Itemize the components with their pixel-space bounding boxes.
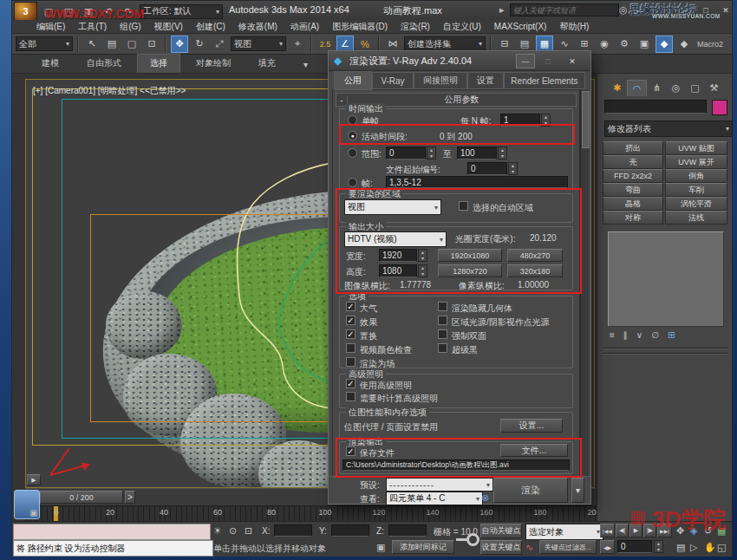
key-wave-icon[interactable]: ∿ xyxy=(525,542,533,553)
new-file-icon[interactable]: ▢ xyxy=(40,3,57,20)
width-field[interactable]: 1920 xyxy=(379,249,417,262)
search-icon[interactable]: ◎ xyxy=(619,4,628,16)
menu-tools[interactable]: 工具(T) xyxy=(78,21,107,33)
selection-lock-icon[interactable]: ⊙ xyxy=(229,525,237,537)
dialog-minimize-button[interactable]: — xyxy=(516,54,535,68)
macro-label[interactable]: Macro2 xyxy=(697,40,723,49)
render-settings-dialog[interactable]: ◆ 渲染设置: V-Ray Adv 2.40.04 — □ ✕ 公用 V-Ray… xyxy=(328,50,591,505)
time-slider-handle[interactable]: 0 / 200 xyxy=(40,491,123,504)
ribbon-tab-selection[interactable]: 选择 xyxy=(137,54,180,73)
next-key-button[interactable]: |▶ xyxy=(643,524,656,537)
preset-dropdown[interactable]: ------------▾ xyxy=(386,478,493,492)
reference-coordinate-dropdown[interactable]: 视图▾ xyxy=(231,36,286,51)
modifier-list-dropdown[interactable]: 修改器列表▾ xyxy=(604,120,733,137)
select-by-name-icon[interactable]: ▤ xyxy=(103,36,121,53)
dialog-titlebar[interactable]: ◆ 渲染设置: V-Ray Adv 2.40.04 — □ ✕ xyxy=(329,51,590,71)
menu-modifiers[interactable]: 修改器(M) xyxy=(238,21,277,33)
auto-key-button[interactable]: 自动关键点 xyxy=(480,524,522,538)
file-start-spinner[interactable]: ▴▾ xyxy=(508,162,518,175)
radio-single-frame[interactable] xyxy=(348,115,357,125)
save-file-checkbox[interactable]: ✓ xyxy=(346,446,355,456)
object-color-swatch[interactable] xyxy=(712,100,727,115)
go-to-start-button[interactable]: |◀◀ xyxy=(600,524,615,537)
dialog-maximize-button[interactable]: □ xyxy=(538,54,558,68)
range-from-spinner[interactable]: ▴▾ xyxy=(427,147,436,160)
option-checkbox[interactable]: ✓ xyxy=(346,302,355,311)
ribbon-tab-populate[interactable]: 填充 xyxy=(246,55,288,73)
option-checkbox[interactable] xyxy=(438,316,447,325)
configure-modifier-icon[interactable]: ⊞ xyxy=(668,330,675,340)
menu-edit[interactable]: 编辑(E) xyxy=(36,21,65,33)
width-spinner[interactable]: ▴▾ xyxy=(418,249,427,262)
panel-tab-hierarchy-icon[interactable]: ⋔ xyxy=(648,81,666,96)
modifier-button[interactable]: 车削 xyxy=(665,183,727,197)
object-name-field[interactable] xyxy=(604,100,707,114)
modifier-button[interactable]: 法线 xyxy=(665,211,727,225)
res-1920x1080-button[interactable]: 1920x1080 xyxy=(438,249,502,262)
use-pivot-icon[interactable]: ⌖ xyxy=(289,36,306,53)
frame-spinner[interactable]: ▴▾ xyxy=(654,540,663,553)
zoom-region-icon[interactable]: ◱ xyxy=(717,542,726,553)
menu-customize[interactable]: 自定义(U) xyxy=(443,21,481,33)
remove-modifier-icon[interactable]: ∅ xyxy=(651,330,659,340)
workspace-dropdown[interactable]: 工作区: 默认▾ xyxy=(140,4,223,19)
time-tag-icon[interactable]: ▣ xyxy=(29,508,37,518)
tab-common[interactable]: 公用 xyxy=(334,71,372,90)
max-logo[interactable]: 3 xyxy=(14,2,37,21)
absolute-mode-icon[interactable]: ⊡ xyxy=(245,525,252,537)
range-to-field[interactable]: 100 xyxy=(457,147,497,160)
option-checkbox[interactable]: ✓ xyxy=(346,316,355,325)
close-button[interactable]: ✕ xyxy=(716,3,735,17)
tab-settings[interactable]: 设置 xyxy=(467,72,504,89)
height-field[interactable]: 1080 xyxy=(379,264,417,277)
radio-range[interactable] xyxy=(348,148,357,158)
selection-filter-dropdown[interactable]: 全部▾ xyxy=(16,36,73,51)
ribbon-tab-object-paint[interactable]: 对象绘制 xyxy=(184,55,243,73)
res-1280x720-button[interactable]: 1280x720 xyxy=(438,264,502,277)
add-time-tag-button[interactable]: 添加时间标记 xyxy=(392,540,454,554)
render-menu-arrow[interactable]: ▾ xyxy=(571,478,584,503)
redo-icon[interactable]: ↷ xyxy=(120,3,137,20)
modifier-button[interactable]: UVW 展开 xyxy=(665,155,727,169)
res-480x270-button[interactable]: 480x270 xyxy=(507,249,563,262)
mini-curve-editor-button[interactable]: ▶ xyxy=(27,474,41,485)
ribbon-overflow-icon[interactable]: ▾ xyxy=(291,57,320,73)
time-tag-icon[interactable]: ▣ xyxy=(376,542,385,553)
menu-maxscript[interactable]: MAXScript(X) xyxy=(494,22,547,31)
ribbon-tab-modeling[interactable]: 建模 xyxy=(29,55,71,73)
menu-help[interactable]: 帮助(H) xyxy=(559,21,589,33)
tab-render-elements[interactable]: Render Elements xyxy=(504,72,585,89)
minimize-button[interactable]: — xyxy=(676,3,695,17)
panel-tab-motion-icon[interactable]: ◎ xyxy=(667,81,685,96)
open-file-icon[interactable]: ◳ xyxy=(60,3,77,20)
rect-region-icon[interactable]: ▢ xyxy=(123,36,140,53)
isolate-selection-icon[interactable]: ☀ xyxy=(213,525,222,537)
pan-hand-icon[interactable]: ✋ xyxy=(704,542,716,553)
previous-key-button[interactable]: ◀| xyxy=(616,524,629,537)
range-from-field[interactable]: 0 xyxy=(386,147,426,160)
search-input[interactable] xyxy=(510,3,619,16)
rotate-tool-icon[interactable]: ↻ xyxy=(191,36,208,53)
window-crossing-icon[interactable]: ⊡ xyxy=(143,36,160,53)
option-checkbox[interactable] xyxy=(438,329,447,339)
option-checkbox[interactable] xyxy=(346,357,355,367)
frames-field[interactable]: 1,3,5-12 xyxy=(386,176,568,188)
shield-icon[interactable]: ◈ xyxy=(690,525,697,537)
current-frame-field[interactable]: 0 xyxy=(617,540,652,553)
modifier-button[interactable]: 弯曲 xyxy=(603,183,663,197)
modifier-button[interactable]: 壳 xyxy=(603,155,663,169)
move-tool-icon[interactable]: ✥ xyxy=(171,36,188,53)
render-production-icon[interactable]: ◆ xyxy=(655,36,673,53)
menu-graph-editors[interactable]: 图形编辑器(D) xyxy=(332,21,388,33)
material-editor-icon[interactable]: ◉ xyxy=(596,36,613,53)
orbit-icon[interactable]: ↺ xyxy=(704,525,712,537)
scrollbar-thumb[interactable] xyxy=(582,91,590,148)
tab-indirect-illumination[interactable]: 间接照明 xyxy=(414,72,467,89)
compute-when-required-checkbox[interactable] xyxy=(346,392,355,401)
output-path-field[interactable]: C:\Users\Administrator\Desktop\动画教程\出图.a… xyxy=(342,459,570,471)
radio-active-time-segment[interactable]: ● xyxy=(348,131,357,140)
y-coordinate-field[interactable] xyxy=(331,524,369,537)
scale-tool-icon[interactable]: ⤢ xyxy=(211,36,228,53)
set-key-icon[interactable] xyxy=(457,528,479,550)
modifier-button[interactable]: FFD 2x2x2 xyxy=(603,169,663,183)
